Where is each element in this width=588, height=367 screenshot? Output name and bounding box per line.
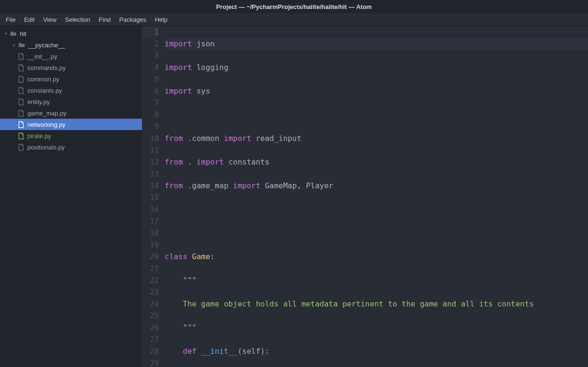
line-number[interactable]: 4 bbox=[142, 61, 159, 73]
tree-label: hlt bbox=[20, 30, 26, 37]
menu-file[interactable]: File bbox=[2, 14, 19, 25]
tree-view[interactable]: ▾ hlt ▸ __pycache__ __init__.py commands… bbox=[0, 26, 142, 367]
line-number[interactable]: 23 bbox=[142, 286, 159, 298]
chevron-down-icon[interactable]: ▾ bbox=[3, 31, 9, 36]
menu-packages[interactable]: Packages bbox=[115, 14, 150, 25]
tree-root-hlt[interactable]: ▾ hlt bbox=[0, 28, 142, 39]
code-line[interactable]: from . import constants bbox=[165, 156, 588, 168]
code-line[interactable] bbox=[165, 227, 588, 239]
code-line[interactable]: import json bbox=[165, 38, 588, 50]
code-line[interactable] bbox=[165, 203, 588, 215]
gutter[interactable]: 1234567891011121314151617181920212223242… bbox=[142, 26, 165, 367]
line-number[interactable]: 10 bbox=[142, 132, 159, 144]
line-number[interactable]: 17 bbox=[142, 215, 159, 227]
folder-icon bbox=[18, 41, 26, 49]
tree-file-constants[interactable]: constants.py bbox=[0, 85, 142, 96]
line-number[interactable]: 22 bbox=[142, 274, 159, 286]
file-icon bbox=[17, 75, 25, 83]
code-line[interactable]: from .common import read_input bbox=[165, 132, 588, 144]
line-number[interactable]: 24 bbox=[142, 298, 159, 310]
line-number[interactable]: 16 bbox=[142, 203, 159, 215]
line-number[interactable]: 5 bbox=[142, 73, 159, 85]
tree-label: __pycache__ bbox=[28, 42, 65, 49]
code-line[interactable]: import sys bbox=[165, 85, 588, 97]
editor[interactable]: 1234567891011121314151617181920212223242… bbox=[142, 26, 588, 367]
tree-label: common.py bbox=[27, 76, 59, 83]
tree-label: positionals.py bbox=[27, 144, 65, 151]
line-number[interactable]: 11 bbox=[142, 144, 159, 156]
tree-label: entity.py bbox=[27, 98, 50, 105]
code-line[interactable]: def __init__(self): bbox=[165, 345, 588, 357]
menu-help[interactable]: Help bbox=[151, 14, 171, 25]
tree-file-pirate[interactable]: pirate.py bbox=[0, 130, 142, 141]
tree-label: __init__.py bbox=[27, 53, 57, 60]
line-number[interactable]: 12 bbox=[142, 156, 159, 168]
tree-label: commands.py bbox=[27, 64, 66, 71]
menu-find[interactable]: Find bbox=[95, 14, 114, 25]
file-icon bbox=[17, 64, 25, 71]
window-title: Project — ~/PycharmProjects/halite/halit… bbox=[216, 3, 372, 10]
line-number[interactable]: 26 bbox=[142, 322, 159, 333]
line-number[interactable]: 14 bbox=[142, 180, 159, 192]
line-number[interactable]: 7 bbox=[142, 97, 159, 109]
file-icon bbox=[17, 132, 25, 140]
chevron-right-icon[interactable]: ▸ bbox=[11, 42, 17, 48]
line-number[interactable]: 28 bbox=[142, 345, 159, 357]
tree-label: constants.py bbox=[27, 87, 62, 94]
line-number[interactable]: 13 bbox=[142, 168, 159, 180]
line-number[interactable]: 27 bbox=[142, 333, 159, 345]
tree-file-commands[interactable]: commands.py bbox=[0, 62, 142, 73]
line-number[interactable]: 1 bbox=[142, 26, 159, 38]
tree-file-positionals[interactable]: positionals.py bbox=[0, 141, 142, 153]
line-number[interactable]: 9 bbox=[142, 121, 159, 132]
menubar: File Edit View Selection Find Packages H… bbox=[0, 13, 588, 26]
line-number[interactable]: 6 bbox=[142, 85, 159, 97]
code-line[interactable]: """ bbox=[165, 274, 588, 286]
line-number[interactable]: 3 bbox=[142, 50, 159, 61]
tree-file-entity[interactable]: entity.py bbox=[0, 96, 142, 107]
line-number[interactable]: 29 bbox=[142, 357, 159, 367]
tree-label: game_map.py bbox=[27, 110, 66, 117]
menu-edit[interactable]: Edit bbox=[20, 14, 38, 25]
file-icon bbox=[17, 143, 25, 151]
file-icon bbox=[17, 52, 25, 60]
file-icon bbox=[17, 98, 25, 105]
file-icon bbox=[17, 87, 25, 94]
code-line[interactable]: from .game_map import GameMap, Player bbox=[165, 180, 588, 192]
code-line[interactable]: """ bbox=[165, 322, 588, 333]
line-number[interactable]: 2 bbox=[142, 38, 159, 50]
line-number[interactable]: 8 bbox=[142, 109, 159, 121]
line-number[interactable]: 19 bbox=[142, 239, 159, 251]
code-line[interactable]: class Game: bbox=[165, 251, 588, 262]
code-line[interactable]: The game object holds all metadata perti… bbox=[165, 298, 588, 310]
code-line[interactable]: import logging bbox=[165, 61, 588, 73]
titlebar: Project — ~/PycharmProjects/halite/halit… bbox=[0, 0, 588, 13]
tree-file-networking[interactable]: networking.py bbox=[0, 119, 142, 130]
tree-file-init[interactable]: __init__.py bbox=[0, 51, 142, 62]
tree-label: networking.py bbox=[27, 121, 65, 128]
code-content[interactable]: import json import logging import sys fr… bbox=[165, 26, 588, 367]
tree-file-common[interactable]: common.py bbox=[0, 73, 142, 85]
line-number[interactable]: 18 bbox=[142, 227, 159, 239]
file-icon bbox=[17, 109, 25, 117]
file-icon bbox=[17, 121, 25, 128]
code-line[interactable] bbox=[165, 109, 588, 121]
main-area: ▾ hlt ▸ __pycache__ __init__.py commands… bbox=[0, 26, 588, 367]
tree-folder-pycache[interactable]: ▸ __pycache__ bbox=[0, 39, 142, 51]
menu-selection[interactable]: Selection bbox=[61, 14, 94, 25]
menu-view[interactable]: View bbox=[39, 14, 60, 25]
folder-icon bbox=[9, 30, 17, 37]
tree-file-gamemap[interactable]: game_map.py bbox=[0, 107, 142, 119]
tree-label: pirate.py bbox=[27, 132, 51, 140]
line-number[interactable]: 21 bbox=[142, 262, 159, 274]
line-number[interactable]: 20 bbox=[142, 251, 159, 262]
line-number[interactable]: 25 bbox=[142, 310, 159, 322]
line-number[interactable]: 15 bbox=[142, 192, 159, 203]
